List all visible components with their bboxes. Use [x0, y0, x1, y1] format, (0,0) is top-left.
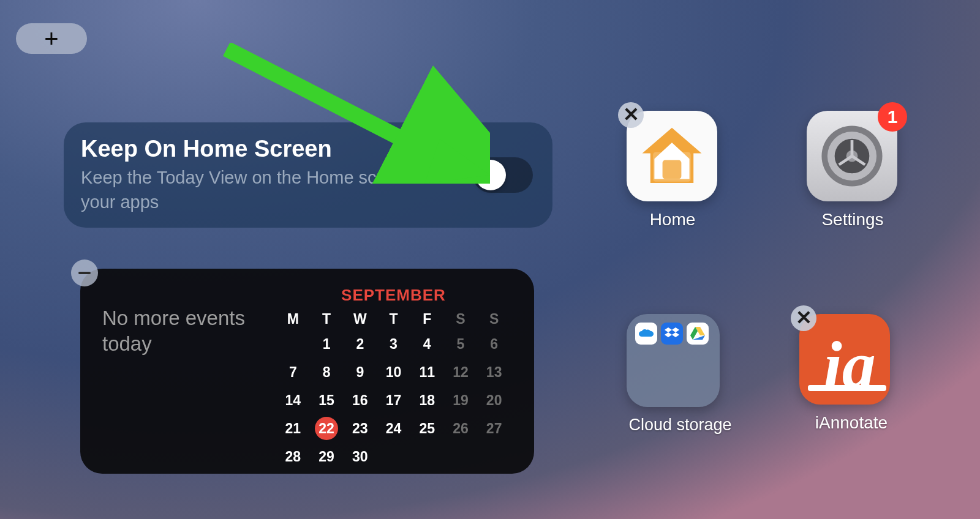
- calendar-day[interactable]: 29: [310, 445, 344, 468]
- app-label: iAnnotate: [799, 413, 903, 433]
- app-home[interactable]: ✕ Home: [627, 111, 718, 230]
- calendar-month-label: SEPTEMBER: [276, 286, 511, 305]
- app-label: Home: [627, 210, 718, 230]
- calendar-day[interactable]: 12: [444, 360, 478, 384]
- app-settings[interactable]: 1 Settings: [807, 111, 899, 230]
- app-label: Settings: [807, 210, 899, 230]
- calendar-day[interactable]: 4: [410, 332, 444, 356]
- calendar-day[interactable]: 16: [343, 389, 377, 412]
- close-icon: ✕: [623, 105, 639, 124]
- calendar-day[interactable]: 3: [377, 332, 410, 356]
- calendar-day[interactable]: 1: [310, 332, 344, 356]
- app-iannotate[interactable]: ia ✕ iAnnotate: [799, 314, 903, 433]
- calendar-day[interactable]: 10: [377, 360, 410, 384]
- calendar-weekday-header: F: [410, 311, 444, 327]
- calendar-day[interactable]: 13: [477, 360, 511, 384]
- calendar-day[interactable]: 2: [343, 332, 377, 356]
- calendar-weekday-header: T: [377, 311, 410, 327]
- calendar-day[interactable]: 14: [276, 389, 310, 412]
- calendar-day[interactable]: 22: [310, 417, 344, 440]
- calendar-day[interactable]: 11: [410, 360, 444, 384]
- calendar-day[interactable]: 24: [377, 417, 410, 440]
- calendar-no-events: No more events today: [102, 305, 270, 357]
- calendar-day[interactable]: 6: [477, 332, 511, 356]
- keep-on-home-card: Keep On Home Screen Keep the Today View …: [64, 122, 552, 228]
- gear-icon: [816, 120, 888, 192]
- googledrive-mini-icon: [687, 323, 709, 345]
- calendar-day[interactable]: 9: [343, 360, 377, 384]
- calendar-day[interactable]: 17: [377, 389, 410, 412]
- notification-badge: 1: [878, 102, 907, 132]
- calendar-events-pane: No more events today: [80, 269, 276, 474]
- folder-label: Cloud storage: [627, 416, 734, 435]
- delete-app-button[interactable]: ✕: [791, 305, 816, 331]
- calendar-day[interactable]: 21: [276, 417, 310, 440]
- add-widget-button[interactable]: +: [16, 23, 87, 54]
- svg-rect-6: [663, 160, 682, 179]
- calendar-weekday-header: W: [343, 311, 377, 327]
- svg-marker-16: [665, 332, 672, 337]
- calendar-widget[interactable]: No more events today SEPTEMBER MTWTFSS12…: [80, 269, 534, 474]
- house-icon: [638, 122, 706, 190]
- keep-card-subtitle: Keep the Today View on the Home screen n…: [81, 166, 473, 214]
- iannotate-app-icon: ia: [799, 314, 890, 405]
- svg-marker-17: [672, 332, 679, 337]
- keep-card-title: Keep On Home Screen: [81, 136, 473, 162]
- calendar-weekday-header: M: [276, 311, 310, 327]
- calendar-day[interactable]: 15: [310, 389, 344, 412]
- keep-card-text: Keep On Home Screen Keep the Today View …: [81, 136, 473, 214]
- plus-icon: +: [44, 26, 58, 51]
- calendar-day[interactable]: 8: [310, 360, 344, 384]
- calendar-day[interactable]: 19: [444, 389, 478, 412]
- keep-on-home-toggle[interactable]: [473, 157, 533, 193]
- iannotate-underline: [808, 385, 886, 391]
- home-app-icon: [627, 111, 717, 201]
- minus-icon: [78, 272, 91, 274]
- svg-marker-15: [672, 327, 679, 332]
- calendar-weekday-header: T: [310, 311, 344, 327]
- calendar-day[interactable]: 7: [276, 360, 310, 384]
- svg-marker-14: [665, 327, 672, 332]
- calendar-day[interactable]: 30: [343, 445, 377, 468]
- close-icon: ✕: [796, 308, 812, 327]
- dropbox-mini-icon: [661, 323, 683, 345]
- remove-widget-button[interactable]: [71, 260, 98, 286]
- onedrive-mini-icon: [635, 323, 657, 345]
- folder-cloud-storage[interactable]: Cloud storage: [627, 314, 734, 435]
- calendar-day[interactable]: 28: [276, 445, 310, 468]
- calendar-weekday-header: S: [477, 311, 511, 327]
- calendar-day[interactable]: 5: [444, 332, 478, 356]
- iannotate-glyph: ia: [823, 327, 876, 405]
- calendar-day[interactable]: 26: [444, 417, 478, 440]
- calendar-day[interactable]: 23: [343, 417, 377, 440]
- calendar-day[interactable]: 20: [477, 389, 511, 412]
- calendar-day[interactable]: 25: [410, 417, 444, 440]
- toggle-knob: [475, 160, 506, 190]
- folder-icon: [627, 314, 720, 407]
- calendar-grid: MTWTFSS123456789101112131415161718192021…: [276, 311, 511, 468]
- calendar-today-marker: 22: [315, 417, 338, 440]
- calendar-month-pane: SEPTEMBER MTWTFSS12345678910111213141516…: [276, 269, 534, 474]
- calendar-day[interactable]: 27: [477, 417, 511, 440]
- calendar-weekday-header: S: [444, 311, 478, 327]
- calendar-day[interactable]: 18: [410, 389, 444, 412]
- delete-app-button[interactable]: ✕: [618, 102, 644, 128]
